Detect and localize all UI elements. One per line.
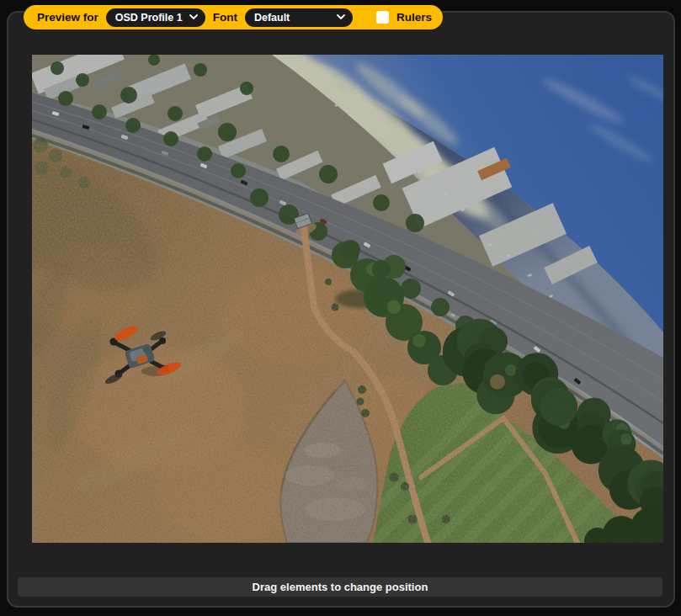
font-select[interactable]: Default [245,8,353,27]
rulers-checkbox[interactable] [376,11,389,24]
preview-toolbar: Preview for OSD Profile 1 Font Default R… [24,5,443,29]
preview-for-label: Preview for [37,11,98,24]
fpv-aerial-photo [32,55,663,543]
drag-hint-bar: Drag elements to change position [18,577,662,597]
font-label: Font [213,11,237,24]
osd-preview-section: Preview for OSD Profile 1 Font Default R… [0,0,681,616]
rulers-label: Rulers [396,11,432,24]
osd-preview-canvas[interactable] [32,55,663,543]
drag-hint-text: Drag elements to change position [253,581,428,593]
osd-profile-select[interactable]: OSD Profile 1 [106,8,205,27]
font-value: Default [254,12,290,24]
chevron-down-icon [189,14,198,20]
osd-profile-value: OSD Profile 1 [115,12,183,24]
chevron-down-icon [337,14,345,20]
dim-overlay [32,55,663,543]
